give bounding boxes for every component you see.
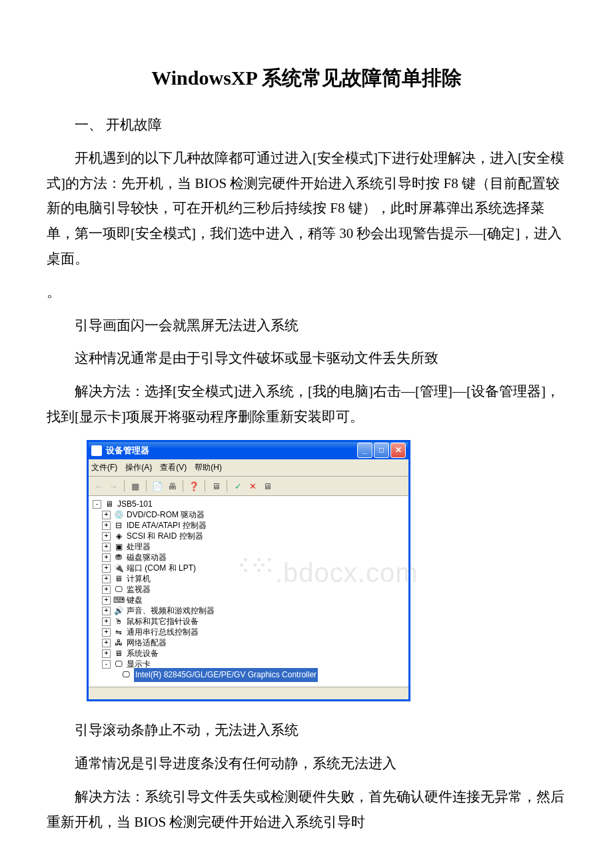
paragraph-6: 通常情况是引导进度条没有任何动静，系统无法进入 [47, 751, 566, 777]
expand-icon[interactable]: + [102, 575, 111, 583]
menu-view[interactable]: 查看(V) [160, 461, 187, 475]
expand-icon[interactable]: + [102, 564, 111, 573]
menu-file[interactable]: 文件(F) [91, 461, 117, 475]
toolbar: ← → ▦ 📄 🖶 ❓ 🖥 ✓ ✕ 🖥 [89, 477, 408, 496]
expand-icon[interactable]: + [102, 596, 111, 605]
maximize-button[interactable]: □ [374, 443, 389, 458]
expand-icon[interactable]: + [102, 649, 111, 658]
document-title: WindowsXP 系统常见故障简单排除 [47, 60, 566, 96]
properties-icon[interactable]: 📄 [151, 480, 163, 492]
enable-icon[interactable]: ✓ [232, 480, 244, 492]
scan-icon[interactable]: 🖥 [210, 480, 222, 492]
menu-action[interactable]: 操作(A) [125, 461, 152, 475]
expand-icon[interactable]: + [102, 511, 111, 519]
close-button[interactable]: ✕ [390, 443, 406, 458]
disable-icon[interactable]: ✕ [247, 480, 259, 492]
expand-icon[interactable]: + [102, 607, 111, 615]
period-line: 。 [47, 280, 566, 305]
view-icon[interactable]: ▦ [129, 480, 141, 492]
collapse-icon[interactable]: - [102, 660, 111, 669]
paragraph-4: 解决方法：选择[安全模式]进入系统，[我的电脑]右击—[管理]—[设备管理器]，… [47, 379, 566, 430]
tree-leaf-selected[interactable]: 🖵 Intel(R) 82845G/GL/GE/PE/GV Graphics C… [93, 669, 404, 680]
app-icon: 🖥 [91, 445, 102, 456]
section-heading-1: 一、 开机故障 [47, 113, 566, 138]
menubar: 文件(F) 操作(A) 查看(V) 帮助(H) [89, 459, 408, 477]
titlebar[interactable]: 🖥 设备管理器 _ □ ✕ [89, 442, 408, 459]
graphics-driver-icon: 🖵 [121, 670, 131, 679]
expand-icon[interactable]: + [102, 639, 111, 647]
expand-icon[interactable]: + [102, 532, 111, 541]
window-title: 设备管理器 [106, 443, 357, 458]
paragraph-3: 这种情况通常是由于引导文件破坏或显卡驱动文件丢失所致 [47, 346, 566, 371]
expand-icon[interactable]: + [102, 543, 111, 551]
expand-icon[interactable]: + [102, 585, 111, 594]
menu-help[interactable]: 帮助(H) [195, 461, 222, 475]
expand-icon[interactable]: + [102, 521, 111, 530]
collapse-icon[interactable]: - [93, 500, 101, 509]
paragraph-5: 引导滚动条静止不动，无法进入系统 [47, 718, 566, 743]
paragraph-2: 引导画面闪一会就黑屏无法进入系统 [47, 313, 566, 339]
selected-driver-label: Intel(R) 82845G/GL/GE/PE/GV Graphics Con… [134, 668, 318, 683]
minimize-button[interactable]: _ [357, 443, 372, 458]
device-tree[interactable]: - 🖥 JSB5-101 +💿DVD/CD-ROM 驱动器+⊟IDE ATA/A… [89, 496, 408, 687]
statusbar [89, 687, 408, 699]
expand-icon[interactable]: + [102, 617, 111, 626]
expand-icon[interactable]: + [102, 628, 111, 637]
uninstall-icon[interactable]: 🖥 [261, 480, 273, 492]
paragraph-7: 解决方法：系统引导文件丢失或检测硬件失败，首先确认硬件连接无异常，然后重新开机，… [47, 785, 566, 835]
back-icon: ← [93, 480, 105, 492]
forward-icon: → [107, 480, 119, 492]
print-icon[interactable]: 🖶 [166, 480, 178, 492]
device-manager-window: .bdocx.com 🖥 设备管理器 _ □ ✕ 文件(F) 操作(A) 查看(… [87, 440, 410, 702]
help-icon[interactable]: ❓ [188, 480, 200, 492]
paragraph-1: 开机遇到的以下几种故障都可通过进入[安全模式]下进行处理解决，进入[安全模式]的… [47, 146, 566, 272]
expand-icon[interactable]: + [102, 553, 111, 562]
